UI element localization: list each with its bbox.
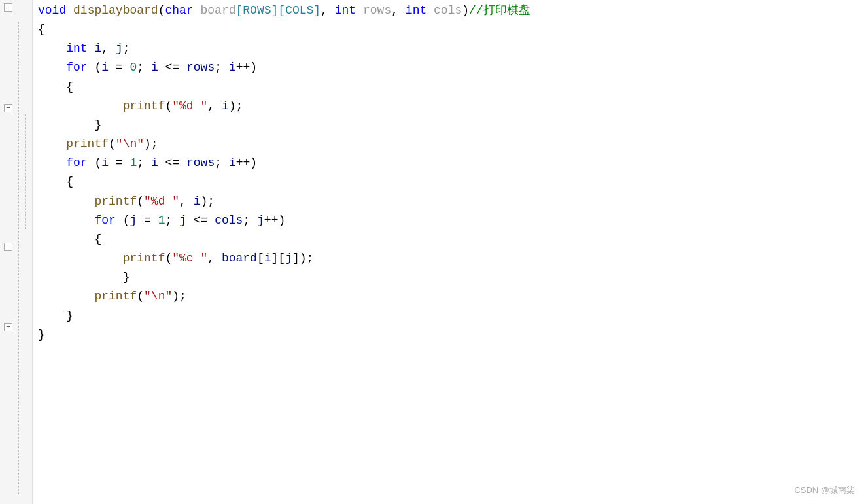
param-board: board bbox=[201, 4, 236, 17]
bracket-rows: [ROWS][COLS] bbox=[236, 4, 321, 17]
code-editor: − − − − void displayboard(char board[ROW… bbox=[0, 0, 868, 504]
fold-button-4[interactable]: − bbox=[4, 323, 12, 331]
gutter: − − − − bbox=[0, 0, 33, 504]
open-paren: ( bbox=[158, 4, 165, 17]
void-keyword: void bbox=[38, 4, 66, 17]
indent-line-2 bbox=[25, 114, 26, 229]
fold-button-3[interactable]: − bbox=[4, 243, 12, 251]
char-keyword: char bbox=[165, 4, 193, 17]
function-name: displayboard bbox=[73, 4, 158, 17]
code-pre: void displayboard(char board[ROWS][COLS]… bbox=[38, 1, 868, 344]
code-content: void displayboard(char board[ROWS][COLS]… bbox=[33, 0, 868, 504]
indent-line-1 bbox=[18, 22, 19, 494]
fold-button-2[interactable]: − bbox=[4, 104, 12, 112]
watermark-text: CSDN @城南柒 bbox=[794, 484, 855, 497]
fold-button-1[interactable]: − bbox=[4, 3, 12, 12]
